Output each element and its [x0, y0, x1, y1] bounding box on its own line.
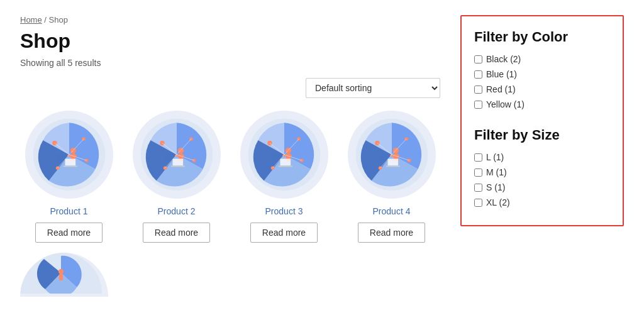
filter-size-s-label: S (1) [486, 182, 505, 192]
product-name-3[interactable]: Product 3 [265, 206, 303, 216]
filter-size-m-count: (1) [496, 167, 507, 177]
svg-rect-46 [387, 158, 398, 165]
svg-rect-47 [386, 166, 399, 167]
svg-rect-32 [280, 158, 291, 165]
filter-color-yellow-label: Yellow (1) [486, 99, 525, 109]
filter-color-blue-checkbox[interactable] [474, 70, 482, 79]
filter-color-red-label: Red (1) [486, 84, 516, 94]
svg-rect-18 [172, 158, 183, 165]
filter-size-xl-label: XL (2) [486, 197, 510, 207]
filter-color-blue-label: Blue (1) [486, 69, 517, 79]
page-wrapper: Home / Shop Shop Showing all 5 results D… [0, 0, 644, 325]
svg-point-56 [58, 269, 64, 274]
product-card-3: Product 3 Read more [235, 111, 333, 243]
filter-color-black[interactable]: Black (2) [474, 54, 610, 64]
filter-size-l[interactable]: L (1) [474, 152, 610, 162]
main-content: Home / Shop Shop Showing all 5 results D… [20, 15, 440, 310]
filter-color-black-count: (2) [510, 54, 521, 64]
filter-size-m[interactable]: M (1) [474, 167, 610, 177]
filter-size-l-checkbox[interactable] [474, 153, 482, 162]
filter-color-yellow-count: (1) [514, 99, 525, 109]
product-card-4: Product 4 Read more [343, 111, 440, 243]
svg-rect-19 [170, 166, 184, 167]
filter-color-blue[interactable]: Blue (1) [474, 69, 610, 79]
filter-size-xl-checkbox[interactable] [474, 199, 482, 207]
breadcrumb-home-link[interactable]: Home [20, 15, 42, 25]
partial-row [20, 253, 440, 297]
filter-color-yellow[interactable]: Yellow (1) [474, 99, 610, 109]
filter-size-m-label: M (1) [486, 167, 507, 177]
products-grid: Product 1 Read more [20, 111, 440, 243]
product-card-2: Product 2 Read more [128, 111, 225, 243]
filter-color-red-checkbox[interactable] [474, 85, 482, 94]
filter-color-title: Filter by Color [474, 29, 610, 45]
filter-size-m-checkbox[interactable] [474, 168, 482, 177]
partial-product-image [20, 253, 108, 297]
sort-select[interactable]: Default sorting Sort by popularity Sort … [306, 78, 440, 98]
filter-size-title: Filter by Size [474, 127, 610, 143]
breadcrumb-current: Shop [49, 15, 68, 25]
filter-color-black-checkbox[interactable] [474, 55, 482, 63]
product-name-4[interactable]: Product 4 [373, 206, 411, 216]
read-more-btn-4[interactable]: Read more [358, 223, 425, 243]
filter-color-red[interactable]: Red (1) [474, 84, 610, 94]
svg-point-8 [84, 158, 88, 162]
read-more-btn-3[interactable]: Read more [250, 223, 318, 243]
svg-point-36 [299, 158, 303, 162]
product-name-2[interactable]: Product 2 [158, 206, 196, 216]
filter-color-section: Filter by Color Black (2) Blue (1) Red (… [474, 29, 610, 109]
filter-size-xl[interactable]: XL (2) [474, 197, 610, 207]
product-name-1[interactable]: Product 1 [50, 206, 88, 216]
filter-size-s-checkbox[interactable] [474, 184, 482, 192]
product-card-1: Product 1 Read more [20, 111, 118, 243]
svg-rect-33 [278, 166, 292, 167]
filter-box: Filter by Color Black (2) Blue (1) Red (… [460, 15, 624, 226]
filter-size-s-count: (1) [494, 182, 505, 192]
svg-point-22 [192, 158, 196, 162]
filter-size-l-count: (1) [493, 152, 504, 162]
filter-color-yellow-checkbox[interactable] [474, 101, 482, 109]
toolbar: Default sorting Sort by popularity Sort … [20, 78, 440, 98]
product-image-2 [133, 111, 221, 199]
breadcrumb-separator: / [42, 15, 49, 25]
breadcrumb: Home / Shop [20, 15, 440, 25]
product-image-4 [348, 111, 436, 199]
svg-rect-5 [63, 166, 77, 167]
filter-size-xl-count: (2) [499, 197, 510, 207]
results-count: Showing all 5 results [20, 58, 440, 68]
filter-size-s[interactable]: S (1) [474, 182, 610, 192]
svg-rect-57 [59, 274, 63, 280]
product-image-3 [240, 111, 328, 199]
svg-point-50 [407, 158, 411, 162]
filter-divider [474, 114, 610, 127]
filter-size-section: Filter by Size L (1) M (1) S (1) XL (2) [474, 127, 610, 207]
filter-color-black-label: Black (2) [486, 54, 521, 64]
filter-color-blue-count: (1) [506, 69, 517, 79]
read-more-btn-1[interactable]: Read more [35, 223, 103, 243]
read-more-btn-2[interactable]: Read more [143, 223, 210, 243]
filter-color-red-count: (1) [505, 84, 516, 94]
filter-size-l-label: L (1) [486, 152, 504, 162]
page-title: Shop [20, 30, 440, 53]
product-image-1 [25, 111, 113, 199]
sidebar: Filter by Color Black (2) Blue (1) Red (… [460, 15, 624, 310]
svg-rect-4 [65, 158, 75, 165]
